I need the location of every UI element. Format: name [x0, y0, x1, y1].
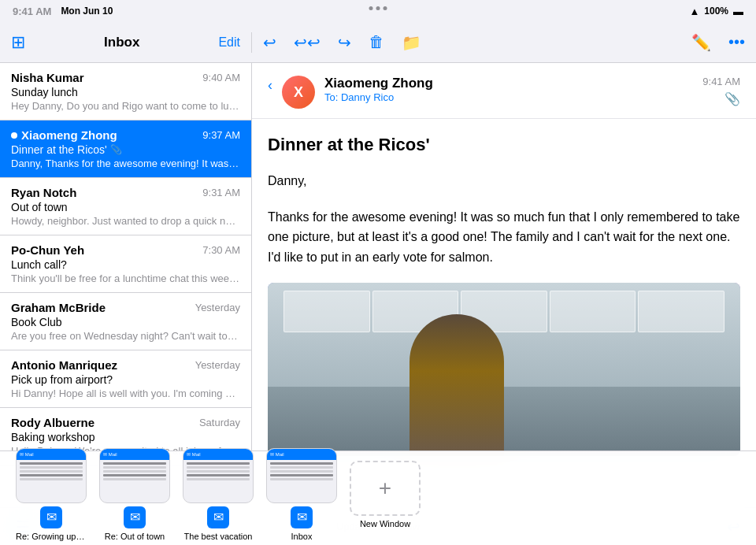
task-thumb-title: ✉ Mail — [20, 451, 34, 457]
task-label: Re: Growing up the fall... — [16, 532, 87, 541]
email-list-item[interactable]: Po-Chun Yeh 7:30 AM Lunch call? Think yo… — [0, 235, 251, 293]
email-preview: Hi Danny! Hope all is well with you. I'm… — [11, 387, 240, 399]
person-silhouette — [410, 314, 504, 456]
multitask-dots — [369, 6, 387, 10]
task-thumb-body — [183, 460, 253, 484]
task-thumb-header: ✉ Mail — [100, 449, 169, 460]
email-item-header: Po-Chun Yeh 7:30 AM — [11, 243, 240, 257]
email-time: 9:40 AM — [202, 72, 240, 83]
sidebar-toggle-button[interactable]: ⊞ — [11, 32, 25, 53]
task-label: Re: Out of town — [105, 532, 165, 541]
reply-all-button[interactable]: ↩↩ — [294, 33, 321, 52]
cabinet-4 — [550, 291, 636, 332]
detail-to[interactable]: To: Danny Rico — [324, 91, 740, 103]
image-inner — [268, 283, 740, 456]
task-app-icon: ✉ — [124, 506, 146, 528]
email-subject-preview: Lunch call? — [11, 258, 240, 271]
email-preview: Hey Danny, Do you and Rigo want to come … — [11, 100, 240, 112]
task-thumb-body — [100, 460, 169, 484]
email-item-header: Graham McBride Yesterday — [11, 301, 240, 314]
email-preview: Are you free on Wednesday night? Can't w… — [11, 330, 240, 342]
task-thumb-header: ✉ Mail — [17, 449, 86, 460]
task-thumbnail: ✉ Mail — [183, 448, 254, 503]
email-salutation: Danny, — [268, 171, 740, 191]
thumb-line — [187, 474, 250, 476]
cabinet-5 — [638, 291, 724, 332]
task-app-icon: ✉ — [291, 506, 313, 528]
email-item-header: Rody Albuerne Saturday — [11, 416, 240, 429]
email-preview: Howdy, neighbor. Just wanted to drop a q… — [11, 215, 240, 227]
attachment-icon: 📎 — [110, 144, 122, 155]
email-preview: Danny, Thanks for the awesome evening! I… — [11, 158, 240, 169]
inbox-title: Inbox — [104, 35, 139, 50]
kitchen-bg — [268, 283, 740, 387]
task-label: Inbox — [291, 532, 313, 541]
email-actions-right: ✏️ ••• — [691, 33, 745, 52]
new-window-item[interactable]: + New Window — [350, 461, 421, 528]
compose-button[interactable]: ✏️ — [691, 33, 711, 52]
email-subject-preview: Book Club — [11, 316, 240, 328]
email-sender: Ryan Notch — [11, 186, 76, 199]
reply-button[interactable]: ↩ — [263, 33, 276, 52]
task-app-icon: ✉ — [40, 506, 62, 528]
email-list-item[interactable]: Antonio Manriquez Yesterday Pick up from… — [0, 350, 251, 408]
sender-avatar: X — [282, 76, 315, 109]
thumb-line — [270, 462, 333, 465]
email-list-item[interactable]: Ryan Notch 9:31 AM Out of town Howdy, ne… — [0, 178, 251, 235]
email-item-header: Antonio Manriquez Yesterday — [11, 358, 240, 372]
thumb-line — [103, 470, 166, 473]
status-date: Mon Jun 10 — [61, 6, 113, 17]
task-thumbnail: ✉ Mail — [266, 448, 337, 503]
trash-button[interactable]: 🗑 — [369, 33, 384, 51]
toolbar-right: ↩ ↩↩ ↪ 🗑 📁 ✏️ ••• — [252, 33, 756, 52]
forward-button[interactable]: ↪ — [338, 33, 351, 52]
email-sender: Xiaomeng Zhong — [11, 128, 117, 142]
edit-button[interactable]: Edit — [218, 35, 240, 50]
task-label: The best vacation — [184, 532, 253, 541]
wifi-icon: ▲ — [689, 6, 699, 17]
email-item-header: Nisha Kumar 9:40 AM — [11, 71, 240, 84]
task-thumb-title: ✉ Mail — [270, 451, 284, 457]
task-thumb-body — [17, 460, 86, 484]
task-app-icon: ✉ — [207, 506, 229, 528]
new-window-label: New Window — [360, 519, 410, 528]
email-sender: Graham McBride — [11, 301, 106, 314]
detail-time: 9:41 AM — [702, 76, 740, 87]
more-button[interactable]: ••• — [728, 33, 745, 51]
email-subject-preview: Dinner at the Ricos' 📎 — [11, 143, 240, 156]
unread-dot — [11, 132, 17, 139]
thumb-line — [103, 466, 166, 469]
email-time: 9:31 AM — [202, 187, 240, 198]
email-list-item[interactable]: Xiaomeng Zhong 9:37 AM Dinner at the Ric… — [0, 120, 251, 178]
email-subject-preview: Sunday lunch — [11, 86, 240, 98]
thumb-line — [270, 474, 333, 476]
email-actions-left: ↩ ↩↩ ↪ 🗑 📁 — [263, 33, 421, 52]
thumb-line — [20, 478, 83, 480]
folder-button[interactable]: 📁 — [402, 33, 421, 52]
email-time: 7:30 AM — [202, 244, 240, 256]
email-time: Saturday — [199, 417, 240, 428]
thumb-line — [103, 474, 166, 476]
email-sender: Po-Chun Yeh — [11, 243, 84, 257]
taskbar-item[interactable]: ✉ Mail ✉ The best vacation — [183, 448, 254, 541]
email-sender: Antonio Manriquez — [11, 358, 117, 372]
back-arrow[interactable]: ‹ — [268, 77, 272, 94]
salutation-text: Danny, — [268, 174, 307, 187]
battery-percentage: 100% — [704, 6, 728, 17]
cabinet-1 — [284, 291, 370, 332]
email-subject-preview: Baking workshop — [11, 431, 240, 443]
taskbar-item[interactable]: ✉ Mail ✉ Inbox — [266, 448, 337, 541]
taskbar-item[interactable]: ✉ Mail ✉ Re: Growing up the fall... — [16, 448, 87, 541]
task-thumb-body — [267, 460, 336, 484]
email-list-item[interactable]: Nisha Kumar 9:40 AM Sunday lunch Hey Dan… — [0, 63, 251, 120]
thumb-line — [270, 478, 333, 480]
email-list-item[interactable]: Graham McBride Yesterday Book Club Are y… — [0, 293, 251, 350]
toolbar: ⊞ Inbox Edit ↩ ↩↩ ↪ 🗑 📁 ✏️ ••• — [0, 22, 756, 63]
email-body-content: Thanks for the awesome evening! It was s… — [268, 207, 740, 268]
new-window-button[interactable]: + — [350, 461, 421, 516]
taskbar-item[interactable]: ✉ Mail ✉ Re: Out of town — [99, 448, 170, 541]
toolbar-left: ⊞ Inbox Edit — [0, 32, 252, 53]
thumb-line — [20, 474, 83, 476]
thumb-line — [270, 470, 333, 473]
battery-icon: ▬ — [733, 6, 743, 17]
